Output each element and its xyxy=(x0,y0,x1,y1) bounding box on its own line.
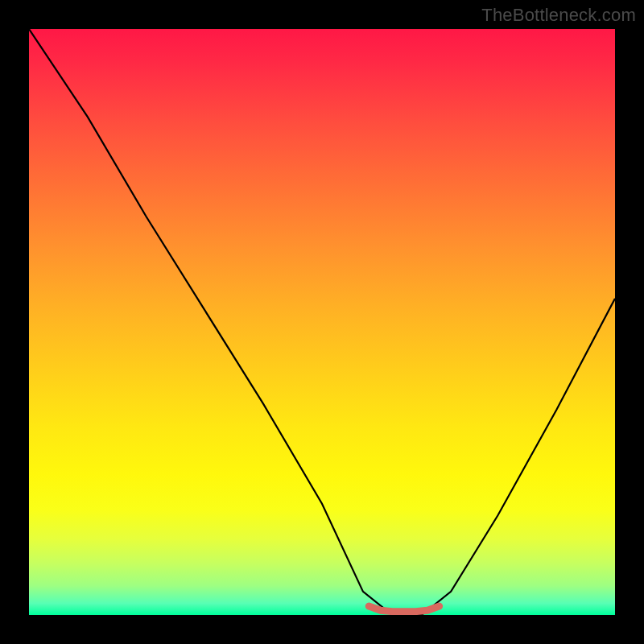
plot-area xyxy=(29,29,615,615)
bottleneck-curve-path xyxy=(29,29,615,615)
chart-container: TheBottleneck.com xyxy=(0,0,644,644)
chart-svg xyxy=(29,29,615,615)
optimal-range-marker-path xyxy=(369,606,439,612)
watermark-label: TheBottleneck.com xyxy=(481,5,636,26)
